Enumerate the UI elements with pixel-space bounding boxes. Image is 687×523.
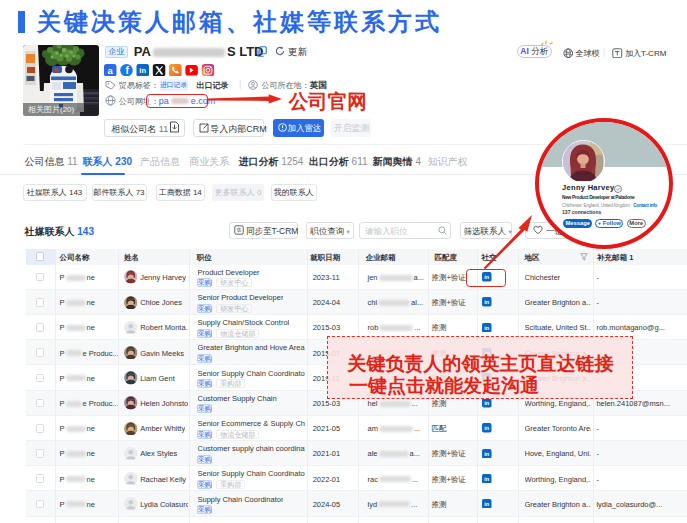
svg-text:in: in (484, 400, 490, 406)
svg-text:in: in (484, 325, 490, 331)
svg-text:in: in (484, 476, 490, 482)
svg-text:in: in (484, 299, 490, 305)
svg-text:in: in (484, 425, 490, 431)
svg-text:in: in (484, 451, 490, 457)
svg-text:in: in (484, 501, 490, 507)
